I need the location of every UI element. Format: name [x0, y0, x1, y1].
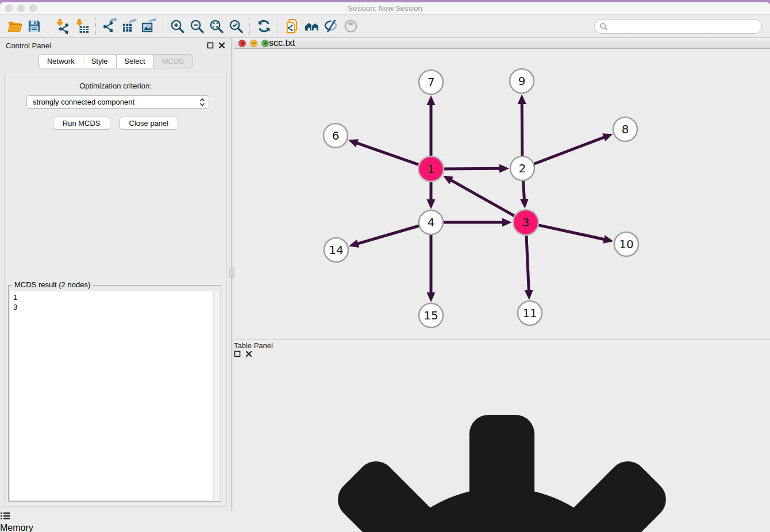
gear-icon	[234, 357, 770, 532]
svg-text:8: 8	[622, 122, 629, 136]
desktop: Session: New Session	[0, 0, 770, 532]
close-panel-icon[interactable]	[218, 42, 225, 49]
zoom-in-icon	[170, 18, 185, 34]
zoom-selected-icon	[228, 18, 244, 34]
export-image-icon	[141, 18, 157, 34]
graph-node-9[interactable]: 9	[510, 69, 534, 93]
network-minimize-button[interactable]	[250, 40, 257, 47]
graph-edge-4-14[interactable]	[357, 225, 421, 244]
svg-text:14: 14	[329, 243, 343, 257]
float-panel-icon[interactable]	[207, 42, 214, 49]
network-canvas[interactable]: 7968124314101511	[234, 49, 770, 340]
svg-text:4: 4	[428, 215, 435, 229]
control-panel-title: Control Panel	[6, 41, 51, 50]
toolbar-separator	[249, 18, 250, 35]
toolbar-separator	[278, 18, 278, 35]
search-icon	[599, 22, 608, 31]
refresh-icon	[256, 18, 272, 34]
hide-selection-button[interactable]	[321, 17, 341, 36]
svg-text:10: 10	[619, 237, 633, 251]
graph-node-8[interactable]: 8	[613, 117, 637, 141]
scrollbar[interactable]	[213, 291, 220, 500]
zoom-out-button[interactable]	[187, 17, 206, 36]
svg-text:3: 3	[522, 215, 530, 229]
svg-text:2: 2	[519, 161, 526, 175]
network-window-titlebar: scc.txt	[234, 38, 770, 49]
tab-style[interactable]: Style	[83, 54, 116, 68]
graph-edge-3-1[interactable]	[451, 180, 517, 218]
splitter-handle[interactable]	[229, 268, 234, 277]
zoom-selected-button[interactable]	[226, 17, 245, 36]
graph-node-6[interactable]: 6	[324, 124, 348, 148]
svg-text:1: 1	[428, 162, 435, 176]
graph-node-15[interactable]: 15	[419, 303, 443, 327]
eye-disabled-icon	[343, 18, 359, 34]
export-image-button[interactable]	[139, 17, 159, 36]
toolbar-separator	[163, 18, 163, 35]
graph-node-2[interactable]: 2	[510, 156, 534, 180]
graph-edge-3-11[interactable]	[526, 233, 529, 291]
graph-node-10[interactable]: 10	[614, 232, 638, 256]
graph-node-3[interactable]: 3	[513, 210, 538, 235]
criterion-select[interactable]: strongly connected component	[26, 95, 209, 109]
mcds-panel: Optimization criterion: strongly connect…	[4, 72, 227, 507]
zoom-fit-button[interactable]	[206, 17, 226, 36]
tab-select[interactable]: Select	[116, 54, 153, 68]
close-panel-icon[interactable]	[245, 350, 252, 357]
graph-edge-2-3[interactable]	[523, 178, 524, 199]
show-all-button[interactable]	[341, 17, 360, 36]
run-mcds-button[interactable]: Run MCDS	[53, 117, 110, 130]
toolbar-separator	[95, 18, 96, 35]
zoom-in-button[interactable]	[167, 17, 187, 36]
panel-splitter[interactable]	[231, 38, 234, 511]
graph-edge-1-6[interactable]	[357, 143, 421, 165]
control-panel-tabs: Network Style Select MCDS	[0, 54, 231, 68]
toolbar-separator	[48, 18, 48, 35]
search-input[interactable]	[594, 19, 762, 34]
network-zoom-button[interactable]	[261, 40, 269, 47]
window-title: Session: New Session	[0, 4, 770, 13]
float-panel-icon[interactable]	[234, 350, 241, 357]
export-network-button[interactable]	[100, 17, 120, 36]
table-settings-button[interactable]	[234, 357, 770, 532]
graph-node-4[interactable]: 4	[419, 210, 443, 234]
graph-edge-2-8[interactable]	[532, 137, 605, 165]
graph-node-14[interactable]: 14	[324, 238, 348, 262]
import-network-icon	[55, 18, 70, 34]
network-close-button[interactable]	[238, 40, 246, 47]
app-window: Session: New Session	[0, 2, 770, 532]
mcds-result-list: 1 3	[10, 291, 220, 500]
import-network-button[interactable]	[52, 17, 72, 36]
graph-edge-3-10[interactable]	[536, 225, 605, 240]
graph-node-1[interactable]: 1	[418, 156, 444, 182]
memory-label: Memory	[0, 523, 33, 532]
svg-text:11: 11	[522, 306, 537, 320]
graph-edge-1-2[interactable]	[441, 168, 500, 169]
close-panel-button[interactable]: Close panel	[120, 117, 179, 130]
graph-node-7[interactable]: 7	[419, 70, 443, 94]
mcds-result-title: MCDS result (2 nodes)	[12, 280, 93, 289]
list-icon	[0, 511, 10, 521]
import-table-button[interactable]	[72, 17, 91, 36]
open-folder-icon	[7, 18, 22, 34]
tab-network[interactable]: Network	[38, 54, 83, 68]
apply-layout-button[interactable]	[254, 17, 274, 36]
export-table-button[interactable]	[120, 17, 139, 36]
clone-network-button[interactable]	[282, 17, 302, 36]
mcds-result-group: MCDS result (2 nodes) 1 3	[8, 285, 221, 502]
graph-edge-2-9[interactable]	[522, 103, 522, 159]
criterion-selected-value: strongly connected component	[33, 98, 199, 106]
optimization-criterion-label: Optimization criterion:	[5, 82, 226, 90]
svg-text:15: 15	[424, 309, 438, 322]
graph-node-11[interactable]: 11	[518, 301, 542, 325]
houses-icon	[304, 18, 319, 34]
export-network-icon	[102, 18, 118, 34]
open-session-button[interactable]	[5, 17, 24, 36]
network-graph: 7968124314101511	[234, 49, 770, 340]
control-panel: Control Panel Network Style Select MCDS …	[0, 38, 231, 511]
save-icon	[26, 18, 42, 34]
tab-mcds[interactable]: MCDS	[153, 54, 192, 68]
neighbors-button[interactable]	[302, 17, 321, 36]
clone-network-icon	[284, 18, 300, 34]
save-session-button[interactable]	[24, 17, 44, 36]
